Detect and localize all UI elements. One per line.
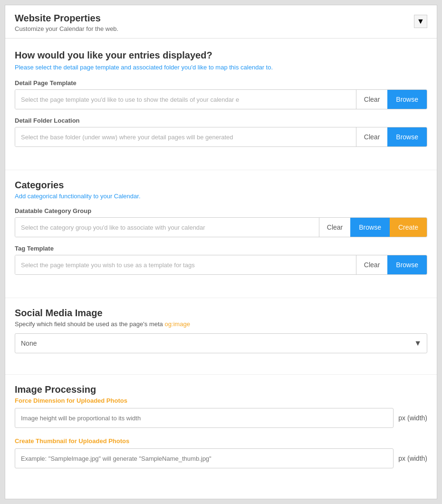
thumbnail-unit: px (width) — [398, 455, 427, 462]
detail-page-template-browse-button[interactable]: Browse — [387, 90, 427, 109]
datatable-category-row: Clear Browse Create — [15, 217, 427, 237]
header-dropdown-arrow[interactable]: ▼ — [414, 15, 427, 28]
tag-template-browse-button[interactable]: Browse — [387, 255, 427, 274]
categories-section: Categories Add categorical functionality… — [5, 180, 437, 286]
datatable-category-clear-button[interactable]: Clear — [319, 218, 350, 237]
detail-folder-row: Clear Browse — [15, 127, 427, 147]
thumbnail-row: px (width) — [15, 448, 427, 468]
og-image-link[interactable]: og:image — [164, 320, 190, 328]
header-text: Website Properties Customize your Calend… — [15, 13, 118, 32]
image-processing-section: Image Processing Force Dimension for Upl… — [5, 384, 437, 487]
thumbnail-input[interactable] — [15, 448, 394, 468]
detail-page-template-label: Detail Page Template — [15, 79, 427, 87]
datatable-category-label: Datatable Category Group — [15, 207, 427, 214]
social-media-subtitle: Specify which field should be used as th… — [15, 320, 427, 328]
page-container: Website Properties Customize your Calend… — [5, 5, 437, 499]
social-media-subtitle-text: Specify which field should be used as th… — [15, 320, 164, 328]
social-media-dropdown[interactable]: None — [15, 333, 427, 353]
tag-template-clear-button[interactable]: Clear — [356, 255, 387, 274]
detail-folder-input[interactable] — [15, 127, 356, 146]
categories-section-title: Categories — [15, 180, 427, 191]
social-media-section: Social Media Image Specify which field s… — [5, 308, 437, 363]
detail-page-template-input[interactable] — [15, 90, 356, 109]
thumbnail-label: Create Thumbnail for Uploaded Photos — [15, 437, 427, 445]
tag-template-label: Tag Template — [15, 245, 427, 252]
detail-page-template-row: Clear Browse — [15, 89, 427, 109]
categories-section-subtitle: Add categorical functionality to your Ca… — [15, 193, 427, 200]
tag-template-input[interactable] — [15, 255, 356, 274]
page-title: Website Properties — [15, 13, 118, 24]
entries-section-title: How would you like your entries displaye… — [15, 50, 427, 61]
image-processing-title: Image Processing — [15, 384, 427, 395]
tag-template-row: Clear Browse — [15, 255, 427, 275]
header-section: Website Properties Customize your Calend… — [5, 5, 437, 39]
chevron-down-icon: ▼ — [417, 17, 424, 26]
datatable-category-browse-button[interactable]: Browse — [350, 218, 390, 237]
force-dimension-input[interactable] — [15, 408, 394, 428]
datatable-category-create-button[interactable]: Create — [390, 218, 427, 237]
entries-section: How would you like your entries displaye… — [5, 39, 437, 158]
datatable-category-input[interactable] — [15, 218, 319, 237]
social-media-title: Social Media Image — [15, 308, 427, 319]
force-dimension-label: Force Dimension for Uploaded Photos — [15, 397, 427, 404]
force-dimension-unit: px (width) — [398, 414, 427, 422]
detail-folder-label: Detail Folder Location — [15, 117, 427, 124]
entries-section-subtitle: Please select the detail page template a… — [15, 64, 427, 71]
page-subtitle: Customize your Calendar for the web. — [15, 25, 118, 32]
detail-page-template-clear-button[interactable]: Clear — [356, 90, 387, 109]
force-dimension-row: px (width) — [15, 408, 427, 428]
detail-folder-clear-button[interactable]: Clear — [356, 127, 387, 146]
detail-folder-browse-button[interactable]: Browse — [387, 127, 427, 146]
social-media-dropdown-wrapper: None ▼ — [15, 333, 427, 353]
